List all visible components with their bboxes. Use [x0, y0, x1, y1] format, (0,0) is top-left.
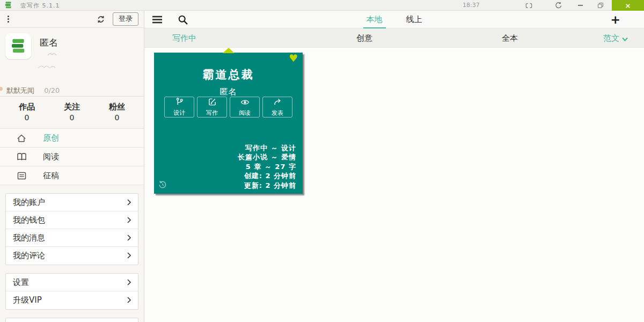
library-tabs: 本地 线上 [144, 11, 644, 28]
filter-bar: 写作中 创意 全本 范文 [144, 28, 644, 48]
chevron-right-icon [127, 197, 131, 208]
book-length: 5 章 ～ 27 字 [238, 162, 296, 172]
read-button[interactable]: 阅读 [230, 97, 260, 118]
book-updated: 更新: 2 分钟前 [238, 181, 296, 191]
chevron-down-icon [622, 34, 628, 43]
filter-ideas[interactable]: 创意 [356, 33, 372, 43]
level-title: 默默无闻 [6, 86, 34, 94]
favorite-heart-icon[interactable]: ♥ [289, 53, 298, 63]
book-genre: 长篇小说 ～ 爱情 [238, 152, 296, 162]
publish-button[interactable]: 发表 [262, 97, 292, 118]
filter-writing[interactable]: 写作中 [172, 33, 196, 43]
book-status: 写作中 ～ 设计 [238, 143, 296, 153]
add-book-button[interactable]: + [611, 12, 620, 27]
menu-item-my-messages[interactable]: 我的消息 [6, 229, 138, 247]
book-grid: ♥ 霸道总裁 匿名 设计 [144, 48, 644, 322]
menu-item-my-comments[interactable]: 我的评论 [6, 247, 138, 265]
chevron-right-icon [127, 233, 131, 243]
profile-section: 匿名 默默无闻 0/20 [0, 28, 144, 97]
tab-local[interactable]: 本地 [367, 11, 383, 28]
design-button[interactable]: 设计 [164, 97, 194, 118]
filter-complete[interactable]: 全本 [502, 33, 518, 43]
book-title: 霸道总裁 [154, 67, 303, 82]
edit-icon [208, 98, 216, 108]
home-icon [16, 134, 27, 143]
restore-window-icon[interactable] [592, 0, 609, 11]
avatar[interactable] [5, 33, 31, 59]
book-actions: 设计 写作 [154, 97, 303, 118]
profile-stats: 作品 0 关注 0 粉丝 0 [0, 97, 144, 129]
seagull-decoration [38, 61, 56, 71]
history-menu-group: 最近阅读 回收站 [5, 318, 138, 322]
kebab-menu-icon[interactable] [8, 16, 17, 23]
background-art-dot [0, 87, 3, 91]
clock-time: 18:37 [463, 2, 480, 9]
title-bar: 壹写作 5.1.1 18:37 × [0, 0, 644, 11]
chevron-right-icon [127, 295, 131, 305]
settings-menu-group: 设置 升级VIP [5, 273, 138, 310]
sidebar-toolbar: 登录 [0, 11, 144, 28]
stat-fans[interactable]: 粉丝 0 [94, 102, 140, 122]
menu-item-settings[interactable]: 设置 [6, 274, 138, 291]
account-menu-group: 我的账户 我的钱包 我的消息 我的评论 [5, 193, 138, 265]
chevron-right-icon [127, 215, 131, 225]
history-restore-icon[interactable] [158, 180, 167, 191]
seagull-decoration [47, 48, 61, 58]
book-card[interactable]: ♥ 霸道总裁 匿名 设计 [154, 53, 303, 194]
write-button[interactable]: 写作 [197, 97, 227, 118]
filter-samples-dropdown[interactable]: 范文 [603, 33, 628, 43]
branch-icon [175, 98, 184, 108]
open-book-icon [16, 152, 27, 161]
stat-following[interactable]: 关注 0 [49, 102, 94, 122]
chevron-right-icon [127, 277, 131, 288]
sidebar-item-original[interactable]: 原创 [0, 129, 144, 148]
eye-icon [240, 98, 250, 108]
selected-marker-triangle [223, 48, 235, 53]
share-arrow-icon [274, 98, 282, 108]
book-meta: 写作中 ～ 设计 长篇小说 ～ 爱情 5 章 ～ 27 字 创建: 2 分钟前 … [238, 143, 296, 191]
chevron-right-icon [127, 251, 131, 261]
menu-item-my-wallet[interactable]: 我的钱包 [6, 211, 138, 229]
menu-item-upgrade-vip[interactable]: 升级VIP [6, 291, 138, 309]
book-author: 匿名 [154, 87, 303, 97]
reload-icon[interactable] [551, 0, 567, 11]
minimize-icon[interactable] [572, 0, 588, 11]
sidebar-item-submissions[interactable]: 征稿 [0, 166, 144, 185]
close-window-button[interactable]: × [612, 0, 644, 11]
screenshot-icon[interactable] [521, 0, 537, 11]
main-topbar: 本地 线上 + [144, 11, 644, 28]
app-title: 壹写作 5.1.1 [20, 2, 60, 10]
sidebar-item-reading[interactable]: 阅读 [0, 148, 144, 166]
stat-works[interactable]: 作品 0 [4, 102, 49, 122]
menu-item-recent-reading[interactable]: 最近阅读 [6, 318, 138, 322]
level-progress: 0/20 [44, 86, 60, 94]
username: 匿名 [40, 36, 58, 49]
user-level-row: 默默无闻 0/20 [6, 86, 60, 96]
login-button[interactable]: 登录 [113, 12, 138, 26]
menu-item-my-account[interactable]: 我的账户 [6, 194, 138, 211]
sidebar: 登录 匿名 默默无闻 [0, 11, 144, 322]
tab-online[interactable]: 线上 [406, 11, 422, 28]
book-created: 创建: 2 分钟前 [238, 171, 296, 181]
sync-icon[interactable] [97, 15, 105, 24]
main-panel: 本地 线上 + 写作中 创意 全本 范文 ♥ 霸道总裁 匿名 [144, 11, 644, 322]
article-icon [16, 172, 27, 180]
app-logo-icon [4, 1, 12, 11]
